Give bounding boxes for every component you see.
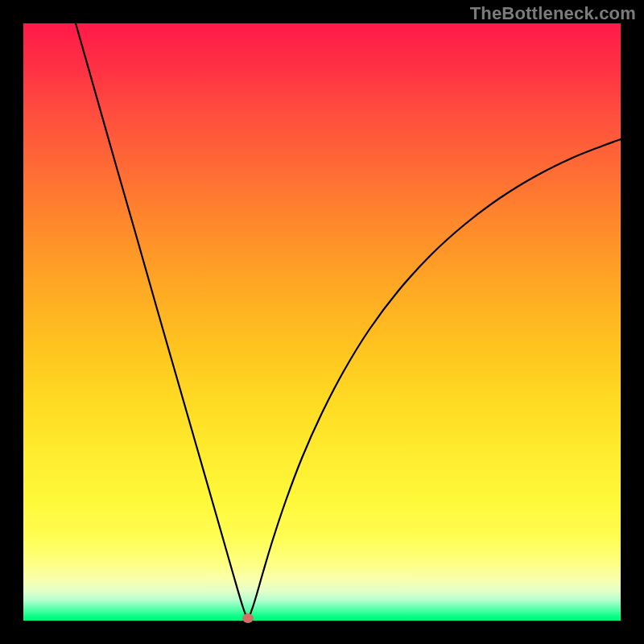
plot-area xyxy=(23,23,621,621)
bottleneck-curve xyxy=(23,23,621,621)
watermark-text: TheBottleneck.com xyxy=(470,3,636,24)
minimum-marker xyxy=(242,613,254,623)
chart-frame: TheBottleneck.com xyxy=(0,0,644,644)
